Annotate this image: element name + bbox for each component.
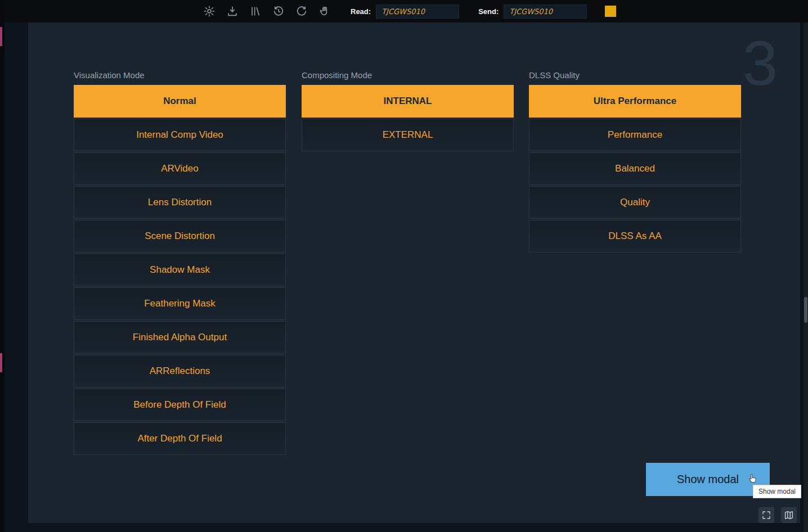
download-icon[interactable] bbox=[226, 4, 239, 18]
group-buttons: Ultra PerformancePerformanceBalancedQual… bbox=[529, 85, 741, 253]
scrollbar-thumb[interactable] bbox=[804, 297, 807, 323]
right-edge-strip bbox=[803, 22, 808, 532]
option-performance[interactable]: Performance bbox=[529, 119, 741, 151]
send-label: Send: bbox=[478, 7, 499, 16]
option-arreflections[interactable]: ARReflections bbox=[74, 355, 286, 387]
group-label: DLSS Quality bbox=[529, 70, 741, 80]
read-field-group: Read: bbox=[351, 4, 459, 19]
option-arvideo[interactable]: ARVideo bbox=[74, 152, 286, 185]
option-ultra-performance[interactable]: Ultra Performance bbox=[529, 85, 741, 118]
option-feathering-mask[interactable]: Feathering Mask bbox=[74, 287, 286, 320]
show-modal-button[interactable]: Show modal bbox=[646, 463, 770, 496]
option-balanced[interactable]: Balanced bbox=[529, 152, 741, 185]
option-scene-distortion[interactable]: Scene Distortion bbox=[74, 220, 286, 253]
option-internal[interactable]: INTERNAL bbox=[302, 85, 514, 118]
fullscreen-icon[interactable] bbox=[758, 507, 774, 523]
group-label: Visualization Mode bbox=[74, 70, 286, 80]
option-shadow-mask[interactable]: Shadow Mask bbox=[74, 254, 286, 286]
edge-accent-mark bbox=[0, 353, 2, 372]
toolbar: Read: Send: bbox=[0, 0, 808, 22]
send-field-group: Send: bbox=[478, 4, 587, 19]
show-modal-tooltip: Show modal bbox=[753, 485, 801, 498]
option-lens-distortion[interactable]: Lens Distortion bbox=[74, 186, 286, 219]
group-compositing-mode: Compositing Mode INTERNALEXTERNAL bbox=[302, 70, 514, 151]
watermark-number: 3 bbox=[743, 27, 778, 100]
option-dlss-as-aa[interactable]: DLSS As AA bbox=[529, 220, 741, 253]
option-internal-comp-video[interactable]: Internal Comp Video bbox=[74, 119, 286, 151]
group-visualization-mode: Visualization Mode NormalInternal Comp V… bbox=[74, 70, 286, 455]
read-label: Read: bbox=[351, 7, 371, 16]
group-buttons: NormalInternal Comp VideoARVideoLens Dis… bbox=[74, 85, 286, 455]
option-finished-alpha-output[interactable]: Finished Alpha Output bbox=[74, 321, 286, 354]
left-edge-strip bbox=[0, 0, 5, 532]
option-before-depth-of-field[interactable]: Before Depth Of Field bbox=[74, 389, 286, 421]
option-after-depth-of-field[interactable]: After Depth Of Field bbox=[74, 422, 286, 455]
history-icon[interactable] bbox=[272, 4, 285, 18]
group-buttons: INTERNALEXTERNAL bbox=[302, 85, 514, 151]
pan-hand-icon[interactable] bbox=[318, 4, 331, 18]
option-quality[interactable]: Quality bbox=[529, 186, 741, 219]
option-external[interactable]: EXTERNAL bbox=[302, 119, 514, 151]
status-indicator bbox=[605, 6, 616, 17]
settings-icon[interactable] bbox=[203, 4, 216, 18]
corner-icon-group bbox=[758, 507, 797, 523]
stage: 3 Visualization Mode NormalInternal Comp… bbox=[0, 22, 808, 532]
app-root: Read: Send: 3 Visualization Mode NormalI… bbox=[0, 0, 808, 532]
read-input[interactable] bbox=[376, 4, 459, 19]
group-label: Compositing Mode bbox=[302, 70, 514, 80]
edge-accent-mark bbox=[0, 27, 2, 46]
toolbar-icon-group bbox=[203, 4, 331, 18]
refresh-icon[interactable] bbox=[295, 4, 308, 18]
group-dlss-quality: DLSS Quality Ultra PerformancePerformanc… bbox=[529, 70, 741, 253]
send-input[interactable] bbox=[504, 4, 587, 19]
option-normal[interactable]: Normal bbox=[74, 85, 286, 118]
map-icon[interactable] bbox=[781, 507, 797, 523]
main-panel: 3 Visualization Mode NormalInternal Comp… bbox=[28, 22, 800, 523]
library-icon[interactable] bbox=[249, 4, 262, 18]
